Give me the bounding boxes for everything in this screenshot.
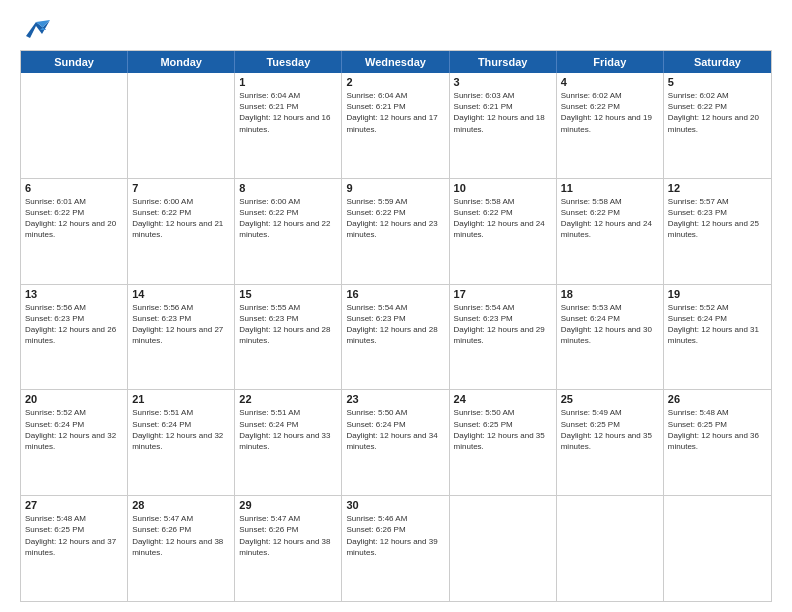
- day-cell-14: 14 Sunrise: 5:56 AM Sunset: 6:23 PM Dayl…: [128, 285, 235, 390]
- sun-info: Sunrise: 5:57 AM Sunset: 6:23 PM Dayligh…: [668, 196, 767, 241]
- sun-info: Sunrise: 5:50 AM Sunset: 6:24 PM Dayligh…: [346, 407, 444, 452]
- calendar-header: Sunday Monday Tuesday Wednesday Thursday…: [21, 51, 771, 73]
- day-number: 19: [668, 288, 767, 300]
- day-number: 6: [25, 182, 123, 194]
- day-number: 27: [25, 499, 123, 511]
- sun-info: Sunrise: 5:51 AM Sunset: 6:24 PM Dayligh…: [239, 407, 337, 452]
- sun-info: Sunrise: 5:48 AM Sunset: 6:25 PM Dayligh…: [668, 407, 767, 452]
- day-cell-17: 17 Sunrise: 5:54 AM Sunset: 6:23 PM Dayl…: [450, 285, 557, 390]
- header-sunday: Sunday: [21, 51, 128, 73]
- sun-info: Sunrise: 5:58 AM Sunset: 6:22 PM Dayligh…: [454, 196, 552, 241]
- day-number: 28: [132, 499, 230, 511]
- sun-info: Sunrise: 5:55 AM Sunset: 6:23 PM Dayligh…: [239, 302, 337, 347]
- day-number: 9: [346, 182, 444, 194]
- day-cell-19: 19 Sunrise: 5:52 AM Sunset: 6:24 PM Dayl…: [664, 285, 771, 390]
- day-number: 29: [239, 499, 337, 511]
- sun-info: Sunrise: 5:52 AM Sunset: 6:24 PM Dayligh…: [25, 407, 123, 452]
- header-tuesday: Tuesday: [235, 51, 342, 73]
- sun-info: Sunrise: 5:58 AM Sunset: 6:22 PM Dayligh…: [561, 196, 659, 241]
- day-cell-9: 9 Sunrise: 5:59 AM Sunset: 6:22 PM Dayli…: [342, 179, 449, 284]
- day-cell-3: 3 Sunrise: 6:03 AM Sunset: 6:21 PM Dayli…: [450, 73, 557, 178]
- day-cell-7: 7 Sunrise: 6:00 AM Sunset: 6:22 PM Dayli…: [128, 179, 235, 284]
- day-cell-15: 15 Sunrise: 5:55 AM Sunset: 6:23 PM Dayl…: [235, 285, 342, 390]
- day-number: 24: [454, 393, 552, 405]
- sun-info: Sunrise: 5:47 AM Sunset: 6:26 PM Dayligh…: [239, 513, 337, 558]
- sun-info: Sunrise: 5:54 AM Sunset: 6:23 PM Dayligh…: [346, 302, 444, 347]
- day-cell-16: 16 Sunrise: 5:54 AM Sunset: 6:23 PM Dayl…: [342, 285, 449, 390]
- day-cell-22: 22 Sunrise: 5:51 AM Sunset: 6:24 PM Dayl…: [235, 390, 342, 495]
- empty-cell: [557, 496, 664, 601]
- header-thursday: Thursday: [450, 51, 557, 73]
- sun-info: Sunrise: 6:03 AM Sunset: 6:21 PM Dayligh…: [454, 90, 552, 135]
- sun-info: Sunrise: 5:59 AM Sunset: 6:22 PM Dayligh…: [346, 196, 444, 241]
- day-number: 5: [668, 76, 767, 88]
- day-number: 21: [132, 393, 230, 405]
- empty-cell: [21, 73, 128, 178]
- day-cell-25: 25 Sunrise: 5:49 AM Sunset: 6:25 PM Dayl…: [557, 390, 664, 495]
- day-cell-6: 6 Sunrise: 6:01 AM Sunset: 6:22 PM Dayli…: [21, 179, 128, 284]
- day-number: 26: [668, 393, 767, 405]
- day-cell-27: 27 Sunrise: 5:48 AM Sunset: 6:25 PM Dayl…: [21, 496, 128, 601]
- day-cell-23: 23 Sunrise: 5:50 AM Sunset: 6:24 PM Dayl…: [342, 390, 449, 495]
- day-cell-12: 12 Sunrise: 5:57 AM Sunset: 6:23 PM Dayl…: [664, 179, 771, 284]
- empty-cell: [128, 73, 235, 178]
- day-number: 23: [346, 393, 444, 405]
- day-cell-8: 8 Sunrise: 6:00 AM Sunset: 6:22 PM Dayli…: [235, 179, 342, 284]
- sun-info: Sunrise: 6:02 AM Sunset: 6:22 PM Dayligh…: [668, 90, 767, 135]
- sun-info: Sunrise: 6:04 AM Sunset: 6:21 PM Dayligh…: [346, 90, 444, 135]
- header: [20, 16, 772, 44]
- day-number: 14: [132, 288, 230, 300]
- week-row-5: 27 Sunrise: 5:48 AM Sunset: 6:25 PM Dayl…: [21, 495, 771, 601]
- sun-info: Sunrise: 6:00 AM Sunset: 6:22 PM Dayligh…: [239, 196, 337, 241]
- day-cell-10: 10 Sunrise: 5:58 AM Sunset: 6:22 PM Dayl…: [450, 179, 557, 284]
- day-cell-11: 11 Sunrise: 5:58 AM Sunset: 6:22 PM Dayl…: [557, 179, 664, 284]
- day-number: 3: [454, 76, 552, 88]
- logo-bird-icon: [22, 16, 50, 44]
- day-cell-18: 18 Sunrise: 5:53 AM Sunset: 6:24 PM Dayl…: [557, 285, 664, 390]
- day-cell-4: 4 Sunrise: 6:02 AM Sunset: 6:22 PM Dayli…: [557, 73, 664, 178]
- day-cell-1: 1 Sunrise: 6:04 AM Sunset: 6:21 PM Dayli…: [235, 73, 342, 178]
- day-cell-24: 24 Sunrise: 5:50 AM Sunset: 6:25 PM Dayl…: [450, 390, 557, 495]
- day-cell-26: 26 Sunrise: 5:48 AM Sunset: 6:25 PM Dayl…: [664, 390, 771, 495]
- week-row-2: 6 Sunrise: 6:01 AM Sunset: 6:22 PM Dayli…: [21, 178, 771, 284]
- day-number: 30: [346, 499, 444, 511]
- day-cell-29: 29 Sunrise: 5:47 AM Sunset: 6:26 PM Dayl…: [235, 496, 342, 601]
- day-number: 15: [239, 288, 337, 300]
- day-number: 1: [239, 76, 337, 88]
- day-cell-20: 20 Sunrise: 5:52 AM Sunset: 6:24 PM Dayl…: [21, 390, 128, 495]
- day-number: 7: [132, 182, 230, 194]
- day-number: 4: [561, 76, 659, 88]
- day-cell-13: 13 Sunrise: 5:56 AM Sunset: 6:23 PM Dayl…: [21, 285, 128, 390]
- week-row-1: 1 Sunrise: 6:04 AM Sunset: 6:21 PM Dayli…: [21, 73, 771, 178]
- day-cell-21: 21 Sunrise: 5:51 AM Sunset: 6:24 PM Dayl…: [128, 390, 235, 495]
- sun-info: Sunrise: 5:56 AM Sunset: 6:23 PM Dayligh…: [132, 302, 230, 347]
- calendar: Sunday Monday Tuesday Wednesday Thursday…: [20, 50, 772, 602]
- sun-info: Sunrise: 5:50 AM Sunset: 6:25 PM Dayligh…: [454, 407, 552, 452]
- day-number: 18: [561, 288, 659, 300]
- empty-cell: [664, 496, 771, 601]
- day-number: 12: [668, 182, 767, 194]
- sun-info: Sunrise: 5:51 AM Sunset: 6:24 PM Dayligh…: [132, 407, 230, 452]
- day-number: 22: [239, 393, 337, 405]
- sun-info: Sunrise: 5:54 AM Sunset: 6:23 PM Dayligh…: [454, 302, 552, 347]
- day-number: 20: [25, 393, 123, 405]
- sun-info: Sunrise: 6:00 AM Sunset: 6:22 PM Dayligh…: [132, 196, 230, 241]
- day-cell-28: 28 Sunrise: 5:47 AM Sunset: 6:26 PM Dayl…: [128, 496, 235, 601]
- day-cell-2: 2 Sunrise: 6:04 AM Sunset: 6:21 PM Dayli…: [342, 73, 449, 178]
- logo: [20, 16, 50, 44]
- sun-info: Sunrise: 5:48 AM Sunset: 6:25 PM Dayligh…: [25, 513, 123, 558]
- day-number: 10: [454, 182, 552, 194]
- day-cell-30: 30 Sunrise: 5:46 AM Sunset: 6:26 PM Dayl…: [342, 496, 449, 601]
- week-row-3: 13 Sunrise: 5:56 AM Sunset: 6:23 PM Dayl…: [21, 284, 771, 390]
- week-row-4: 20 Sunrise: 5:52 AM Sunset: 6:24 PM Dayl…: [21, 389, 771, 495]
- empty-cell: [450, 496, 557, 601]
- day-number: 2: [346, 76, 444, 88]
- day-number: 17: [454, 288, 552, 300]
- day-number: 11: [561, 182, 659, 194]
- day-number: 8: [239, 182, 337, 194]
- sun-info: Sunrise: 5:56 AM Sunset: 6:23 PM Dayligh…: [25, 302, 123, 347]
- header-saturday: Saturday: [664, 51, 771, 73]
- header-friday: Friday: [557, 51, 664, 73]
- day-number: 25: [561, 393, 659, 405]
- sun-info: Sunrise: 6:02 AM Sunset: 6:22 PM Dayligh…: [561, 90, 659, 135]
